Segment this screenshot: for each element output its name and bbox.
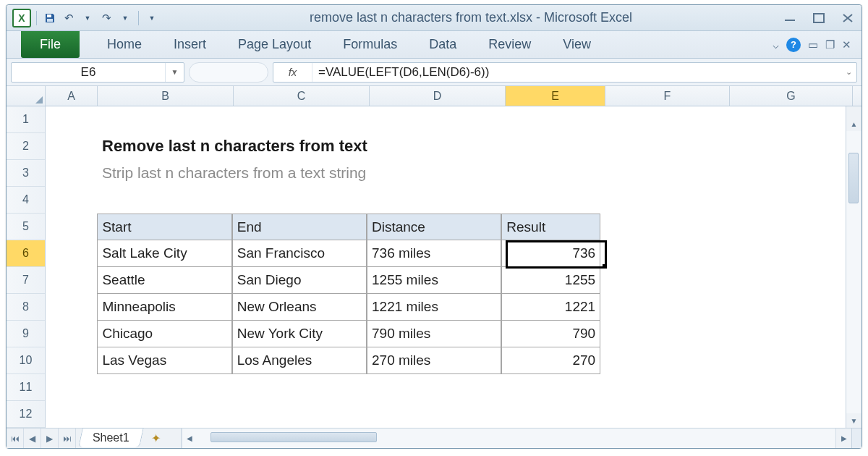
redo-dropdown-icon[interactable]: ▼ (117, 10, 133, 26)
row-header-5[interactable]: 5 (7, 214, 45, 240)
column-header-f[interactable]: F (605, 86, 730, 106)
cell-start[interactable]: Las Vegas (97, 347, 231, 374)
formula-input[interactable]: =VALUE(LEFT(D6,LEN(D6)-6)) (312, 65, 841, 80)
table-header-result[interactable]: Result (501, 214, 600, 240)
tab-home[interactable]: Home (101, 33, 148, 56)
tab-formulas[interactable]: Formulas (337, 33, 403, 56)
column-header-a[interactable]: A (46, 86, 98, 106)
minimize-button[interactable] (782, 12, 798, 25)
cell-end[interactable]: San Francisco (232, 240, 367, 267)
maximize-button[interactable] (811, 12, 827, 25)
workbook-close-icon[interactable]: ✕ (842, 38, 851, 51)
table-row: ChicagoNew York City790 miles790 (46, 321, 846, 347)
ribbon-minimize-icon[interactable]: ⌵ (773, 38, 779, 51)
tab-insert[interactable]: Insert (168, 33, 212, 56)
table-header-distance[interactable]: Distance (367, 214, 501, 240)
name-box[interactable]: E6 ▼ (11, 62, 184, 83)
row-header-6[interactable]: 6 (7, 240, 45, 267)
cell-distance[interactable]: 1221 miles (367, 294, 501, 321)
row-header-8[interactable]: 8 (7, 294, 45, 321)
excel-app-icon[interactable]: X (12, 9, 31, 28)
cell-result[interactable]: 736 (501, 240, 600, 267)
cell-start[interactable]: Seattle (97, 267, 231, 294)
row-header-3[interactable]: 3 (7, 160, 45, 187)
sheet-nav-prev-icon[interactable]: ◀ (24, 428, 41, 448)
cell-start[interactable]: Minneapolis (97, 294, 231, 321)
undo-dropdown-icon[interactable]: ▼ (80, 10, 95, 26)
cell-result[interactable]: 1255 (501, 267, 600, 294)
new-sheet-icon[interactable]: ✦ (146, 428, 166, 448)
formula-box[interactable]: fx =VALUE(LEFT(D6,LEN(D6)-6)) ⌄ (273, 62, 857, 83)
scroll-right-icon[interactable]: ▶ (835, 428, 851, 448)
redo-icon[interactable]: ↷ (98, 10, 114, 26)
cell-distance[interactable]: 1255 miles (367, 267, 501, 294)
svg-rect-1 (47, 19, 53, 22)
tab-data[interactable]: Data (423, 33, 462, 56)
row-header-7[interactable]: 7 (7, 267, 45, 294)
name-box-dropdown-icon[interactable]: ▼ (165, 63, 184, 82)
tab-page-layout[interactable]: Page Layout (232, 33, 317, 56)
cell-distance[interactable]: 790 miles (367, 321, 501, 347)
cell-distance[interactable]: 270 miles (367, 347, 501, 374)
row-header-1[interactable]: 1 (7, 106, 45, 133)
cell-distance[interactable]: 736 miles (367, 240, 501, 267)
save-icon[interactable] (42, 10, 58, 26)
cell-result[interactable]: 270 (501, 347, 600, 374)
help-icon[interactable]: ? (786, 38, 801, 52)
vertical-scrollbar[interactable]: ▲ ▼ (846, 106, 861, 428)
name-box-value[interactable]: E6 (12, 65, 165, 80)
cell-result[interactable]: 1221 (501, 294, 600, 321)
table-row: SeattleSan Diego1255 miles1255 (46, 267, 846, 294)
row-header-9[interactable]: 9 (7, 321, 45, 347)
cell-start[interactable]: Salt Lake City (97, 240, 231, 267)
cell-end[interactable]: New Orleans (232, 294, 367, 321)
column-header-c[interactable]: C (234, 86, 370, 106)
formula-expand-icon[interactable]: ⌄ (841, 67, 856, 77)
cell-start[interactable]: Chicago (97, 321, 231, 347)
scroll-left-icon[interactable]: ◀ (182, 428, 197, 448)
window-controls (782, 12, 856, 25)
sheet-nav-last-icon[interactable]: ⏭ (59, 428, 76, 448)
ribbon-tabs: Home Insert Page Layout Formulas Data Re… (101, 31, 597, 58)
row-header-10[interactable]: 10 (7, 347, 45, 374)
cell-end[interactable]: San Diego (232, 267, 367, 294)
fx-icon[interactable]: fx (273, 63, 312, 82)
hsplit-handle[interactable] (851, 428, 861, 448)
sheet-nav-next-icon[interactable]: ▶ (41, 428, 59, 448)
table-header-start[interactable]: Start (97, 214, 231, 240)
close-button[interactable] (840, 12, 856, 25)
tab-review[interactable]: Review (482, 33, 537, 56)
undo-icon[interactable]: ↶ (61, 10, 77, 26)
table-row: MinneapolisNew Orleans1221 miles1221 (46, 294, 846, 321)
column-header-b[interactable]: B (98, 86, 234, 106)
horizontal-scrollbar[interactable]: ◀ (181, 428, 835, 448)
column-header-e[interactable]: E (506, 86, 605, 106)
cell-end[interactable]: New York City (232, 321, 367, 347)
workbook-minimize-icon[interactable]: ▭ (808, 38, 818, 51)
sheet-title[interactable]: Remove last n characters from text (98, 133, 604, 160)
sheet-subtitle[interactable]: Strip last n characters from a text stri… (98, 160, 604, 187)
scroll-up-icon[interactable]: ▲ (846, 117, 861, 131)
column-header-g[interactable]: G (730, 86, 853, 106)
row-header-2[interactable]: 2 (7, 133, 45, 160)
scroll-down-icon[interactable]: ▼ (846, 413, 861, 428)
sheet-nav-first-icon[interactable]: ⏮ (7, 428, 24, 448)
row-header-4[interactable]: 4 (7, 187, 45, 214)
column-header-d[interactable]: D (370, 86, 506, 106)
vscroll-track[interactable] (846, 131, 861, 413)
spreadsheet-grid: A B C D E F G 123456789101112 Remove las… (7, 86, 861, 448)
cell-end[interactable]: Los Angeles (232, 347, 367, 374)
select-all-button[interactable] (7, 86, 46, 106)
tab-view[interactable]: View (557, 33, 597, 56)
qat-customize-icon[interactable]: ▼ (144, 10, 160, 26)
row-header-12[interactable]: 12 (7, 401, 45, 428)
workbook-restore-icon[interactable]: ❐ (825, 38, 835, 51)
file-tab[interactable]: File (21, 31, 80, 58)
vscroll-thumb[interactable] (848, 153, 859, 203)
row-header-11[interactable]: 11 (7, 374, 45, 401)
cells-area[interactable]: Remove last n characters from text Strip… (46, 106, 846, 428)
sheet-tab[interactable]: Sheet1 (78, 428, 143, 447)
cell-result[interactable]: 790 (501, 321, 600, 347)
hscroll-thumb[interactable] (210, 432, 377, 442)
table-header-end[interactable]: End (232, 214, 367, 240)
